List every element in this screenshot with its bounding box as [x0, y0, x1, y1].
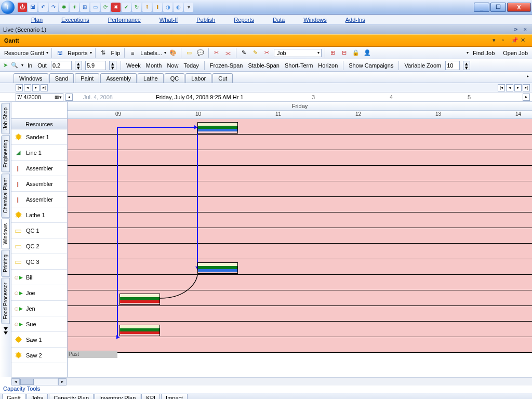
qat-icon[interactable]: 🖫	[28, 3, 37, 12]
resource-row[interactable]: ||Assembler	[11, 161, 67, 176]
vtab-engineering[interactable]: Engineering	[1, 135, 10, 172]
bottom-tab-kpi[interactable]: KPI	[141, 394, 160, 399]
tab-paint[interactable]: Paint	[75, 73, 99, 83]
lock-icon[interactable]: 🔒	[351, 48, 361, 58]
tree1-icon[interactable]: ⊞	[328, 48, 338, 58]
goto-icon[interactable]: ➤	[3, 62, 8, 69]
resource-row[interactable]: ✹Sander 1	[11, 129, 67, 145]
user-icon[interactable]: 👤	[363, 48, 372, 58]
scroll-thumb[interactable]	[20, 379, 34, 385]
tab-cut[interactable]: Cut	[212, 73, 233, 83]
minimize-button[interactable]: _	[474, 3, 489, 12]
date-next-button[interactable]: ▸	[523, 94, 530, 101]
spinner[interactable]: ▴▾	[75, 61, 82, 70]
menu-addins[interactable]: Add-Ins	[345, 17, 365, 23]
cut-links-icon[interactable]: ✂	[212, 48, 221, 58]
zoom-out-button[interactable]: Out	[36, 62, 48, 69]
next-button-r[interactable]: ▸	[514, 84, 522, 91]
now-button[interactable]: Now	[166, 62, 179, 69]
zoom-out-value[interactable]	[85, 61, 106, 70]
gantt-body[interactable]: Job 4 Job 4 Job 4 Job 4 Past	[68, 119, 532, 358]
scroll-track[interactable]	[20, 378, 58, 385]
tab-labor[interactable]: Labor	[185, 73, 211, 83]
gantt-lane[interactable]	[68, 337, 532, 353]
prev-button[interactable]: ◂	[24, 84, 31, 91]
gantt-lane[interactable]	[68, 259, 532, 275]
flip-button[interactable]: Flip	[110, 50, 122, 56]
links-icon[interactable]: ⫘	[223, 48, 233, 58]
pin-icon[interactable]: 📌	[511, 37, 518, 44]
menu-windows[interactable]: Windows	[303, 17, 327, 23]
frozen-span-button[interactable]: Frozen-Span	[209, 62, 244, 69]
gantt-lane[interactable]	[68, 228, 532, 244]
vtab-job-shop[interactable]: Job Shop	[1, 103, 10, 134]
resource-row[interactable]: ||Assembler	[11, 176, 67, 192]
qat-icon[interactable]: ↻	[132, 3, 141, 12]
note-icon[interactable]: ▭	[184, 48, 194, 58]
gantt-lane[interactable]	[68, 197, 532, 212]
horizon-button[interactable]: Horizon	[317, 62, 339, 69]
resource-row[interactable]: ☺▶Jen	[11, 301, 67, 316]
refresh-icon[interactable]: ⟳	[101, 3, 110, 12]
menu-plan[interactable]: Plan	[31, 17, 43, 23]
spinner[interactable]: ▴▾	[463, 61, 470, 70]
labels-dropdown[interactable]: Labels...▾	[139, 50, 166, 56]
bottom-tab-capacity-plan[interactable]: Capacity Plan	[49, 394, 94, 399]
first-button-r[interactable]: |◂	[498, 84, 505, 91]
gantt-lane[interactable]	[68, 119, 532, 135]
last-button-r[interactable]: ▸|	[523, 84, 530, 91]
wand2-icon[interactable]: ✎	[251, 48, 260, 58]
qat-icon[interactable]: ⏻	[18, 3, 27, 12]
menu-publish[interactable]: Publish	[196, 17, 215, 23]
tab-qc[interactable]: QC	[165, 73, 185, 83]
palette-icon[interactable]: 🎨	[168, 48, 178, 58]
resource-row[interactable]: ☺▶Bill	[11, 270, 67, 285]
reports-dropdown[interactable]: Reports▾	[66, 50, 92, 56]
resource-gantt-dropdown[interactable]: Resource Gantt▾	[3, 50, 48, 56]
wand3-icon[interactable]: ✂	[262, 48, 272, 58]
qat-icon[interactable]: ⊞	[80, 3, 89, 12]
gantt-chart[interactable]: Friday 09 10 11 12 13 14 Job 4	[68, 102, 532, 377]
refresh-icon[interactable]: ⟳	[512, 26, 520, 33]
resource-row[interactable]: ▭QC 3	[11, 254, 67, 270]
gantt-lane[interactable]	[68, 275, 532, 290]
qat-icon[interactable]: ⬆	[153, 3, 162, 12]
qat-icon[interactable]: ✖	[111, 3, 121, 12]
close-icon[interactable]: ✕	[521, 37, 528, 44]
tab-windows[interactable]: Windows	[14, 73, 48, 83]
qat-dropdown-icon[interactable]: ▾	[184, 3, 193, 12]
gantt-lane[interactable]	[68, 244, 532, 259]
resource-row[interactable]: ◢Line 1	[11, 145, 67, 161]
tab-scroll-icon[interactable]: ▸	[527, 74, 529, 78]
resource-row[interactable]: ▭QC 1	[11, 223, 67, 238]
app-logo[interactable]: i	[1, 1, 15, 14]
qat-icon[interactable]: ▭	[90, 3, 100, 12]
gantt-lane[interactable]	[68, 212, 532, 228]
tab-lathe[interactable]: Lathe	[138, 73, 164, 83]
bottom-tab-inventory-plan[interactable]: Inventory Plan	[95, 394, 140, 399]
tab-sand[interactable]: Sand	[49, 73, 74, 83]
vtab-printing[interactable]: Printing	[1, 250, 10, 277]
last-button[interactable]: ▸|	[41, 84, 48, 91]
scroll-right-button[interactable]: ▸	[58, 378, 66, 385]
prev-button-r[interactable]: ◂	[506, 84, 513, 91]
qat-icon[interactable]: ✔	[122, 3, 131, 12]
open-job-button[interactable]: Open Job	[502, 50, 529, 56]
job-bar[interactable]: Job 4	[197, 262, 238, 274]
bubble-icon[interactable]: 💬	[196, 48, 205, 58]
gantt-lane[interactable]	[68, 306, 532, 322]
more-vtabs-icon[interactable]	[4, 331, 8, 335]
menu-performance[interactable]: Performance	[108, 17, 141, 23]
bottom-tab-jobs[interactable]: Jobs	[26, 394, 48, 399]
save-icon[interactable]: 🖫	[55, 48, 64, 58]
vtab-windows[interactable]: Windows	[1, 219, 10, 249]
flip-icon[interactable]: ⇅	[99, 48, 108, 58]
date-prev-button[interactable]: ◂	[65, 94, 73, 101]
zoom-icon[interactable]: 🔍	[11, 62, 18, 69]
more-vtabs-icon[interactable]	[4, 327, 8, 330]
wand-icon[interactable]: ✎	[240, 48, 249, 58]
qat-icon[interactable]: ◐	[174, 3, 183, 12]
horizontal-scrollbar[interactable]: ◂ ▸	[11, 377, 532, 385]
find-job-button[interactable]: Find Job	[472, 50, 496, 56]
vtab-food-processor[interactable]: Food Processor	[1, 278, 10, 324]
